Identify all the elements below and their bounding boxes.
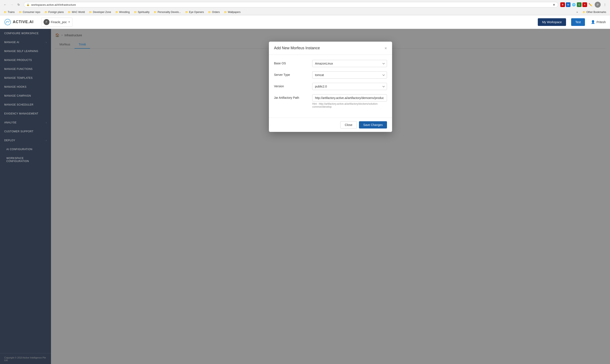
sidebar-item-label: CONFIGURE WORKSPACE — [4, 32, 39, 35]
bookmark-label: Trains — [8, 11, 15, 13]
sidebar-item-manage-hooks[interactable]: MANAGE HOOKS — [0, 82, 51, 91]
folder-icon: 📁 — [4, 11, 7, 13]
bookmark-developer-zone[interactable]: 📁 Developer Zone — [87, 10, 113, 14]
bookmark-wrestling[interactable]: 📁 Wrestling — [114, 10, 131, 14]
my-workspace-button[interactable]: My Workspace — [538, 18, 566, 26]
sidebar-item-manage-templates[interactable]: MANAGE TEMPLATES — [0, 74, 51, 82]
bookmark-eye-openers[interactable]: 📁 Eye Openers — [183, 10, 206, 14]
bookmark-trains[interactable]: 📁 Trains — [2, 10, 16, 14]
address-bar[interactable]: 🔒 workspaces.active.ai/#/infrastructure … — [24, 2, 558, 7]
modal-title: Add New Morfeus Instance — [274, 46, 320, 50]
folder-icon: 📁 — [208, 11, 211, 13]
star-icon[interactable]: ★ — [553, 3, 555, 6]
sidebar-item-deploy[interactable]: DEPLOY › — [0, 136, 51, 145]
workspace-selector[interactable]: F Finacle_poc ▼ — [41, 18, 72, 26]
bookmark-personality[interactable]: 📁 Personality Develo... — [152, 10, 183, 14]
bookmark-foreign-plans[interactable]: 📁 Foreign plans — [43, 10, 66, 14]
ext-icon-pencil[interactable]: ✏️ — [588, 2, 593, 7]
form-group-version: Version public2.0 public1.0 private2.0 p… — [274, 83, 387, 90]
sidebar-item-label: AI CONFIGURATION — [6, 148, 32, 151]
server-type-select[interactable]: tomcat nginx apache jetty — [312, 71, 387, 78]
folder-icon: 📁 — [45, 11, 48, 13]
sidebar-item-ai-configuration[interactable]: AI CONFIGURATION — [0, 145, 51, 154]
bookmark-label: Consumer repo — [23, 11, 40, 13]
sidebar-item-analyse[interactable]: ANALYSE › — [0, 118, 51, 127]
chevron-right-icon: › — [46, 41, 47, 43]
folder-icon: 📁 — [185, 11, 188, 13]
bookmark-mac-world[interactable]: 📁 MAC World — [66, 10, 86, 14]
form-group-base-os: Base OS AmazonLinux Ubuntu CentOS RedHat — [274, 60, 387, 67]
sidebar-item-manage-self-learning[interactable]: MANAGE SELF LEARNING — [0, 47, 51, 56]
test-button[interactable]: Test — [571, 18, 585, 26]
bookmark-label: Spirituality — [138, 11, 150, 13]
sidebar-item-label: MANAGE CAMPAIGN — [4, 94, 31, 97]
bookmark-orders[interactable]: 📁 Orders — [207, 10, 221, 14]
sidebar-item-manage-products[interactable]: MANAGE PRODUCTS — [0, 56, 51, 65]
sidebar-item-exigency-management[interactable]: EXIGENCY MANAGEMENT — [0, 109, 51, 118]
folder-icon: 📁 — [134, 11, 137, 13]
logo-text: ACTIVE.AI — [13, 20, 34, 24]
sidebar-item-manage-scheduler[interactable]: MANAGE SCHEDULER — [0, 100, 51, 109]
bookmark-other[interactable]: 📁 Other Bookmarks — [581, 10, 608, 14]
ext-icon-translate[interactable]: 🌐 — [571, 2, 576, 7]
modal-header: Add New Morfeus Instance × — [269, 42, 392, 55]
menu-button[interactable]: ⋮ — [602, 2, 608, 8]
browser-toolbar: ← → ↻ 🔒 workspaces.active.ai/#/infrastru… — [0, 0, 610, 9]
app-logo: ACTIVE.AI — [4, 19, 34, 26]
forward-button[interactable]: → — [9, 2, 15, 8]
folder-icon: 📁 — [115, 11, 118, 13]
bookmarks-more[interactable]: » — [575, 10, 579, 14]
sidebar-item-manage-campaign[interactable]: MANAGE CAMPAIGN — [0, 91, 51, 100]
bookmark-spirituality[interactable]: 📁 Spirituality — [132, 10, 151, 14]
top-nav: ACTIVE.AI F Finacle_poc ▼ My Workspace T… — [0, 15, 610, 29]
user-name: Pritesh — [597, 20, 606, 24]
sidebar-item-label: MANAGE FUNCTIONS — [4, 67, 32, 70]
refresh-button[interactable]: ↻ — [16, 2, 22, 8]
sidebar-item-label: ANALYSE — [4, 121, 17, 124]
logo-svg — [4, 19, 11, 26]
jar-path-control-wrap: Hint : http://artifactory.active.ai/arti… — [312, 94, 387, 108]
version-control-wrap: public2.0 public1.0 private2.0 private1.… — [312, 83, 387, 90]
version-select[interactable]: public2.0 public1.0 private2.0 private1.… — [312, 83, 387, 90]
ext-icon-2[interactable]: M — [566, 2, 571, 7]
sidebar-item-label: MANAGE TEMPLATES — [4, 77, 33, 79]
bookmark-consumer-repo[interactable]: 📁 Consumer repo — [17, 10, 42, 14]
bookmark-label: Wallpapers — [228, 11, 241, 13]
app-container: ACTIVE.AI F Finacle_poc ▼ My Workspace T… — [0, 15, 610, 364]
chevron-right-icon: › — [46, 121, 47, 124]
sidebar-item-manage-ai[interactable]: MANAGE AI › — [0, 38, 51, 47]
main-layout: CONFIGURE WORKSPACE MANAGE AI › MANAGE S… — [0, 29, 610, 364]
svg-point-0 — [5, 19, 11, 25]
bookmark-wallpapers[interactable]: 📁 Wallpapers — [222, 10, 242, 14]
base-os-label: Base OS — [274, 60, 312, 65]
other-bookmarks-label: Other Bookmarks — [586, 11, 606, 13]
sidebar-item-label: MANAGE SCHEDULER — [4, 103, 33, 106]
ext-icon-4[interactable]: R — [582, 2, 587, 7]
modal-close-button[interactable]: × — [384, 46, 387, 50]
sidebar-item-workspace-configuration[interactable]: WORKSPACE CONFIGURATION — [0, 154, 51, 166]
base-os-select[interactable]: AmazonLinux Ubuntu CentOS RedHat — [312, 60, 387, 67]
modal-add-morfeus: Add New Morfeus Instance × Base OS Amazo… — [269, 42, 392, 132]
ext-icon-1[interactable]: R — [560, 2, 565, 7]
bookmarks-bar: 📁 Trains 📁 Consumer repo 📁 Foreign plans… — [0, 9, 610, 15]
sidebar-item-label: MANAGE SELF LEARNING — [4, 50, 38, 53]
browser-actions: P ⋮ — [595, 2, 608, 8]
folder-icon: 📁 — [224, 11, 227, 13]
sidebar-item-configure-workspace[interactable]: CONFIGURE WORKSPACE — [0, 29, 51, 38]
sidebar-item-manage-functions[interactable]: MANAGE FUNCTIONS — [0, 65, 51, 74]
nav-buttons: ← → ↻ — [2, 2, 22, 8]
server-type-label: Server Type — [274, 71, 312, 77]
sidebar-item-customer-support[interactable]: CUSTOMER SUPPORT — [0, 127, 51, 136]
folder-icon: 📁 — [583, 11, 585, 13]
back-button[interactable]: ← — [2, 2, 8, 8]
close-button[interactable]: Close — [340, 121, 357, 129]
address-text: workspaces.active.ai/#/infrastructure — [31, 3, 551, 6]
sidebar-item-label: DEPLOY — [4, 139, 15, 142]
sidebar-footer: Copyright © 2019 Active Intelligence Pte… — [0, 353, 51, 364]
jar-path-input[interactable] — [312, 94, 387, 102]
ext-icon-3[interactable]: G — [577, 2, 582, 7]
save-changes-button[interactable]: Save Changes — [359, 121, 387, 129]
chevron-right-icon: › — [46, 139, 47, 142]
sidebar-item-label: EXIGENCY MANAGEMENT — [4, 112, 39, 115]
profile-icon[interactable]: P — [595, 2, 601, 8]
